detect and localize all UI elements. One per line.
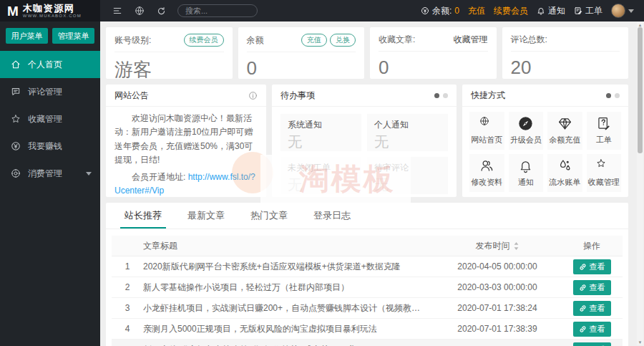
- publish-time: 2020-07-01 17:38:39: [434, 324, 561, 334]
- announcement-title: 网站公告: [114, 90, 149, 102]
- quick-action-globe[interactable]: 网站首页: [469, 112, 504, 150]
- globe-icon: [479, 116, 494, 131]
- stat-card: 余额 充值兑换 0: [238, 27, 365, 79]
- stat-badge[interactable]: 充值: [301, 34, 327, 47]
- table-row[interactable]: 1 2020新版代刷网平台卡密系统+自适应双端模板+供货渠道+数据克隆 2020…: [112, 256, 623, 277]
- app-logo[interactable]: M 木咖资源网 WWW.MUKABOX.COM: [0, 0, 100, 21]
- scrollbar-thumb[interactable]: [638, 27, 643, 153]
- recharge-link[interactable]: 充值: [468, 5, 485, 17]
- view-button[interactable]: 查看: [573, 342, 611, 346]
- todo-item[interactable]: 待审评论 无: [367, 157, 448, 194]
- logo-subtitle: WWW.MUKABOX.COM: [23, 14, 82, 19]
- stat-badge[interactable]: 续费会员: [184, 34, 224, 47]
- sidebar-item-label: 消费管理: [28, 168, 62, 180]
- todo-item-value: 无: [288, 176, 354, 195]
- quick-action-compass[interactable]: 升级会员: [509, 112, 544, 150]
- quick-action-drops[interactable]: 流水账单: [547, 154, 582, 192]
- table-row[interactable]: 2 新人零基础操作小说项目，轻松过万（社群内部项目） 2020-03-03 00…: [112, 277, 623, 298]
- view-button[interactable]: 查看: [573, 280, 611, 295]
- table-row[interactable]: 5 剑眉大侠:猫客闲鱼实战班第1期,操作简单0成本单号日赚400+ 2020-0…: [112, 340, 623, 346]
- sidebar: 用户菜单管理菜单 个人首页 评论管理 收藏管理 我要赚钱 消费管理: [0, 21, 100, 346]
- notifications-button[interactable]: 通知: [537, 5, 565, 17]
- view-button[interactable]: 查看: [573, 259, 611, 274]
- sort-icon[interactable]: [513, 241, 519, 251]
- notice-label: 通知: [548, 5, 565, 17]
- row-number: 4: [112, 324, 143, 334]
- quick-action-users[interactable]: 修改资料: [469, 154, 504, 192]
- announcement-body[interactable]: 欢迎访问木咖资源中心！最新活动：新用户邀请注册10位用户即可赠送年费会员，充值赠…: [106, 107, 266, 196]
- publish-time: 2020-04-05 00:00:00: [434, 261, 561, 271]
- sidebar-item[interactable]: 评论管理: [0, 78, 100, 105]
- compass-icon: [518, 116, 533, 131]
- sidebar-item[interactable]: 收藏管理: [0, 105, 100, 133]
- sidebar-menu-button-user[interactable]: 用户菜单: [6, 28, 48, 44]
- tab[interactable]: 登录日志: [301, 203, 364, 229]
- balance-display[interactable]: 余额: 0: [421, 5, 459, 17]
- quick-action-label: 网站首页: [471, 135, 502, 145]
- todo-item-value: 无: [374, 133, 441, 152]
- sidebar-item[interactable]: 我要赚钱: [0, 133, 100, 160]
- user-menu[interactable]: [611, 4, 634, 18]
- stat-badge[interactable]: 兑换: [330, 34, 356, 47]
- table-header-row: 文章标题 发布时间 操作: [112, 236, 623, 256]
- stat-label: 收藏文章:: [379, 34, 415, 46]
- quick-action-ticket[interactable]: 工单: [587, 112, 622, 150]
- sidebar-item[interactable]: 个人首页: [0, 51, 100, 78]
- main-content: 账号级别: 续费会员 游客 余额 充值兑换 0 收藏文章: 收藏管理: [100, 21, 644, 346]
- tab[interactable]: 最新文章: [175, 203, 238, 229]
- info-icon[interactable]: [248, 91, 258, 100]
- announcement-text: 欢迎访问木咖资源中心！最新活动：新用户邀请注册10位用户即可赠送年费会员，充值赠…: [114, 112, 259, 168]
- carousel-dot-active[interactable]: [606, 93, 611, 98]
- article-title: 亲测月入5000正规项目，无版权风险的淘宝虚拟项目暴利玩法: [143, 323, 434, 335]
- quick-action-label: 收藏管理: [588, 177, 620, 188]
- view-button[interactable]: 查看: [573, 301, 611, 316]
- stat-card: 收藏文章: 收藏管理 0: [370, 27, 497, 79]
- refresh-icon[interactable]: [157, 6, 166, 16]
- todo-item[interactable]: 未关闭工单 无: [280, 157, 361, 194]
- stat-label: 账号级别:: [114, 34, 151, 47]
- todo-item[interactable]: 个人通知 无: [367, 114, 448, 151]
- carousel-dot[interactable]: [615, 93, 620, 98]
- table-row[interactable]: 4 亲测月入5000正规项目，无版权风险的淘宝虚拟项目暴利玩法 2020-07-…: [112, 319, 623, 340]
- globe-icon[interactable]: [135, 6, 145, 16]
- carousel-dots: [434, 93, 448, 98]
- todo-item-label: 待审评论: [374, 162, 441, 174]
- quick-action-bell[interactable]: 通知: [509, 154, 544, 192]
- drops-icon: [557, 158, 572, 173]
- quick-action-star[interactable]: 收藏管理: [587, 154, 622, 192]
- article-title: 剑眉大侠:猫客闲鱼实战班第1期,操作简单0成本单号日赚400+: [143, 344, 434, 346]
- quick-access-panel: 快捷方式 网站首页 升级会员 余额充值 工单 修改资料 通知 流水账单: [462, 85, 628, 197]
- todo-item-label: 未关闭工单: [288, 162, 354, 174]
- renew-vip-link[interactable]: 续费会员: [494, 5, 528, 17]
- bell-icon: [518, 158, 533, 173]
- table-row[interactable]: 3 小龙虾挂机项目，实战测试日赚200+，自动点赞赚钱脚本设计（视频教程） 20…: [112, 298, 623, 319]
- carousel-dot[interactable]: [443, 93, 448, 98]
- row-number: 2: [112, 282, 143, 292]
- search-input[interactable]: [177, 4, 258, 17]
- chevron-down-icon: [86, 172, 92, 176]
- carousel-dot-active[interactable]: [434, 93, 439, 98]
- sidebar-menu-button-admin[interactable]: 管理菜单: [52, 28, 94, 44]
- ticket-button[interactable]: 工单: [574, 5, 602, 17]
- stat-card: 账号级别: 续费会员 游客: [106, 27, 233, 79]
- link-icon: [579, 284, 587, 292]
- sidebar-item-label: 个人首页: [28, 59, 62, 71]
- scroll-down-icon[interactable]: ▼: [637, 340, 643, 345]
- avatar[interactable]: [611, 4, 625, 18]
- home-icon: [11, 59, 21, 69]
- view-button[interactable]: 查看: [573, 322, 611, 337]
- page-scrollbar[interactable]: ▲ ▼: [637, 22, 643, 345]
- ticket-icon: [596, 116, 611, 131]
- tab[interactable]: 站长推荐: [112, 203, 175, 229]
- quick-action-diamond[interactable]: 余额充值: [547, 112, 582, 150]
- stat-link[interactable]: 收藏管理: [454, 34, 488, 46]
- todo-item[interactable]: 系统通知 无: [280, 114, 361, 151]
- todo-item-value: 无: [374, 176, 441, 195]
- tab[interactable]: 热门文章: [238, 203, 301, 229]
- menu-toggle-icon[interactable]: [112, 6, 122, 16]
- sidebar-item[interactable]: 消费管理: [0, 160, 100, 187]
- todo-item-label: 个人通知: [374, 119, 441, 131]
- star-icon: [596, 158, 611, 173]
- carousel-dots: [606, 93, 620, 98]
- coin-icon: [11, 141, 21, 151]
